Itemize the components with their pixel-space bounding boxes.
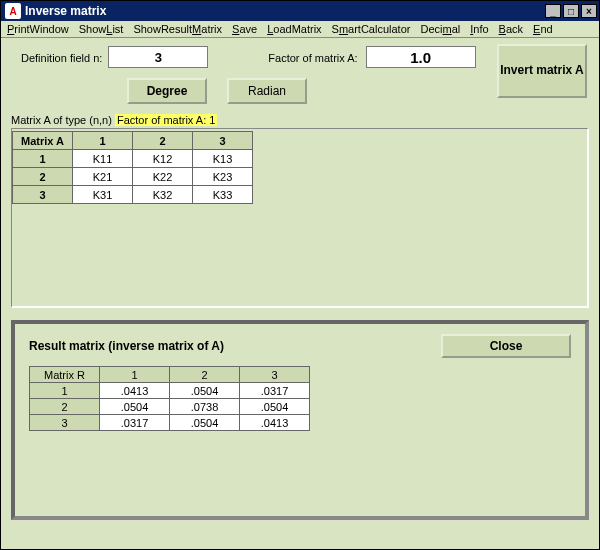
result-cell: .0413: [240, 415, 310, 431]
matrix-a-col-header: 1: [73, 132, 133, 150]
matrix-a-cell[interactable]: K33: [193, 186, 253, 204]
menu-item-printwindow[interactable]: PrintWindow: [7, 23, 69, 35]
result-row-header: 1: [30, 383, 100, 399]
close-window-button[interactable]: ×: [581, 4, 597, 18]
result-col-header: 2: [170, 367, 240, 383]
menu-item-back[interactable]: Back: [499, 23, 523, 35]
matrix-a-row-header: 3: [13, 186, 73, 204]
matrix-a-table: Matrix A1231K11K12K132K21K22K233K31K32K3…: [12, 131, 253, 204]
content-area: Definition field n: Factor of matrix A: …: [1, 38, 599, 549]
result-corner: Matrix R: [30, 367, 100, 383]
menu-item-showresultmatrix[interactable]: ShowResultMatrix: [133, 23, 222, 35]
result-table: Matrix R1231.0413.0504.03172.0504.0738.0…: [29, 366, 310, 431]
factor-input[interactable]: [366, 46, 476, 68]
table-row: 2K21K22K23: [13, 168, 253, 186]
menubar: PrintWindowShowListShowResultMatrixSaveL…: [1, 21, 599, 38]
matrix-a-factor-highlight: Factor of matrix A: 1: [115, 114, 217, 126]
result-cell: .0504: [240, 399, 310, 415]
table-row: 1K11K12K13: [13, 150, 253, 168]
table-row: 3.0317.0504.0413: [30, 415, 310, 431]
menu-item-decimal[interactable]: Decimal: [420, 23, 460, 35]
matrix-a-corner: Matrix A: [13, 132, 73, 150]
result-col-header: 1: [100, 367, 170, 383]
matrix-a-pane: Matrix A1231K11K12K132K21K22K233K31K32K3…: [11, 128, 589, 308]
matrix-a-label: Matrix A of type (n,n) Factor of matrix …: [11, 114, 589, 126]
matrix-a-cell[interactable]: K22: [133, 168, 193, 186]
radian-button[interactable]: Radian: [227, 78, 307, 104]
matrix-a-cell[interactable]: K32: [133, 186, 193, 204]
matrix-a-cell[interactable]: K31: [73, 186, 133, 204]
matrix-a-col-header: 2: [133, 132, 193, 150]
degree-button[interactable]: Degree: [127, 78, 207, 104]
matrix-a-cell[interactable]: K11: [73, 150, 133, 168]
matrix-a-col-header: 3: [193, 132, 253, 150]
app-icon: A: [5, 3, 21, 19]
matrix-a-cell[interactable]: K23: [193, 168, 253, 186]
matrix-a-cell[interactable]: K13: [193, 150, 253, 168]
table-row: 2.0504.0738.0504: [30, 399, 310, 415]
result-panel: Result matrix (inverse matrix of A) Clos…: [11, 320, 589, 520]
result-row-header: 2: [30, 399, 100, 415]
window-title: Inverse matrix: [25, 4, 106, 18]
table-row: 1.0413.0504.0317: [30, 383, 310, 399]
menu-item-info[interactable]: Info: [470, 23, 488, 35]
result-title: Result matrix (inverse matrix of A): [29, 339, 224, 353]
maximize-button[interactable]: □: [563, 4, 579, 18]
titlebar: A Inverse matrix _ □ ×: [1, 1, 599, 21]
menu-item-loadmatrix[interactable]: LoadMatrix: [267, 23, 321, 35]
definition-label: Definition field n:: [21, 52, 102, 64]
result-cell: .0413: [100, 383, 170, 399]
inverse-matrix-window: A Inverse matrix _ □ × PrintWindowShowLi…: [0, 0, 600, 550]
result-row-header: 3: [30, 415, 100, 431]
minimize-button[interactable]: _: [545, 4, 561, 18]
menu-item-smartcalculator[interactable]: SmartCalculator: [332, 23, 411, 35]
definition-input[interactable]: [108, 46, 208, 68]
result-cell: .0504: [100, 399, 170, 415]
matrix-a-row-header: 2: [13, 168, 73, 186]
close-result-button[interactable]: Close: [441, 334, 571, 358]
menu-item-showlist[interactable]: ShowList: [79, 23, 124, 35]
result-cell: .0317: [240, 383, 310, 399]
matrix-a-row-header: 1: [13, 150, 73, 168]
menu-item-end[interactable]: End: [533, 23, 553, 35]
invert-matrix-button[interactable]: Invert matrix A: [497, 44, 587, 98]
result-cell: .0504: [170, 383, 240, 399]
matrix-a-cell[interactable]: K12: [133, 150, 193, 168]
result-cell: .0317: [100, 415, 170, 431]
result-cell: .0504: [170, 415, 240, 431]
result-cell: .0738: [170, 399, 240, 415]
matrix-a-cell[interactable]: K21: [73, 168, 133, 186]
table-row: 3K31K32K33: [13, 186, 253, 204]
result-col-header: 3: [240, 367, 310, 383]
factor-label: Factor of matrix A:: [268, 52, 357, 64]
menu-item-save[interactable]: Save: [232, 23, 257, 35]
